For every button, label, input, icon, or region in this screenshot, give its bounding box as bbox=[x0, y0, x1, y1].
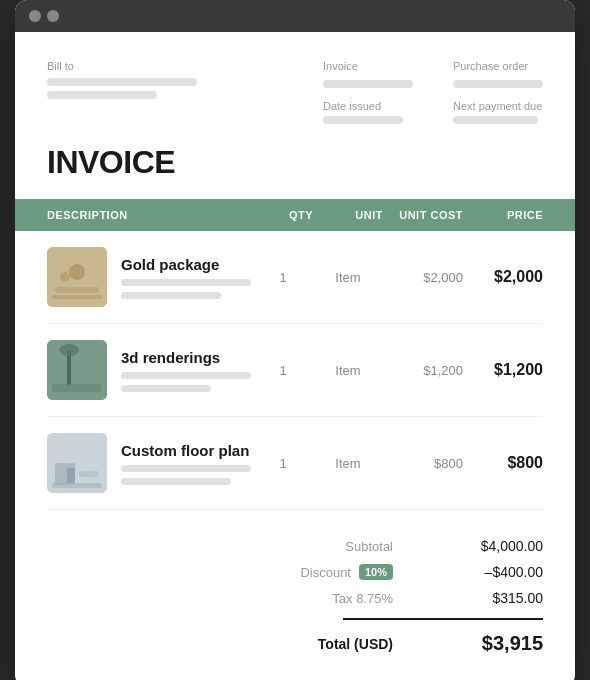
th-price: PRICE bbox=[463, 209, 543, 221]
thumb-svg-3 bbox=[47, 433, 107, 493]
bill-to-section: Bill to bbox=[47, 60, 323, 99]
item-desc-bar-3a bbox=[121, 465, 251, 472]
cell-unit-3: Item bbox=[313, 456, 383, 471]
purchase-order-bar bbox=[453, 80, 543, 88]
cell-cost-3: $800 bbox=[383, 456, 463, 471]
cell-price-3: $800 bbox=[463, 454, 543, 472]
tax-row: Tax 8.75% $315.00 bbox=[47, 590, 543, 606]
svg-rect-4 bbox=[52, 295, 102, 299]
invoice-content: Bill to Invoice Date issued Purchase ord… bbox=[15, 32, 575, 680]
dot1 bbox=[29, 10, 41, 22]
cell-price-2: $1,200 bbox=[463, 361, 543, 379]
svg-rect-8 bbox=[52, 384, 102, 392]
invoice-number-bar bbox=[323, 80, 413, 88]
total-label: Total (USD) bbox=[293, 636, 393, 652]
cell-unit-2: Item bbox=[313, 363, 383, 378]
invoice-label: Invoice bbox=[323, 60, 413, 72]
thumb-svg-2 bbox=[47, 340, 107, 400]
svg-point-7 bbox=[59, 344, 79, 356]
thumb-svg-1 bbox=[47, 247, 107, 307]
purchase-order-col: Purchase order Next payment due bbox=[453, 60, 543, 124]
item-info-1: Gold package bbox=[47, 247, 253, 307]
svg-rect-3 bbox=[55, 287, 99, 293]
total-value: $3,915 bbox=[453, 632, 543, 655]
item-desc-bar-2b bbox=[121, 385, 211, 392]
table-body: Gold package 1 Item $2,000 $2,000 bbox=[47, 231, 543, 510]
invoice-header: Bill to Invoice Date issued Purchase ord… bbox=[47, 60, 543, 124]
cell-cost-2: $1,200 bbox=[383, 363, 463, 378]
purchase-order-label: Purchase order bbox=[453, 60, 543, 72]
item-name-1: Gold package bbox=[121, 256, 251, 273]
item-name-2: 3d renderings bbox=[121, 349, 251, 366]
item-desc-bar-3b bbox=[121, 478, 231, 485]
item-name-3: Custom floor plan bbox=[121, 442, 251, 459]
svg-rect-11 bbox=[67, 468, 75, 483]
th-description: DESCRIPTION bbox=[47, 209, 253, 221]
subtotal-row: Subtotal $4,000.00 bbox=[47, 538, 543, 554]
dot2 bbox=[47, 10, 59, 22]
item-text-1: Gold package bbox=[121, 256, 251, 299]
subtotal-label: Subtotal bbox=[293, 539, 393, 554]
item-desc-bar-1a bbox=[121, 279, 251, 286]
bill-address-bar bbox=[47, 91, 157, 99]
discount-label: Discount 10% bbox=[293, 564, 393, 580]
th-qty: QTY bbox=[253, 209, 313, 221]
svg-point-1 bbox=[69, 264, 85, 280]
svg-rect-13 bbox=[79, 471, 99, 477]
invoice-title: INVOICE bbox=[47, 144, 543, 181]
date-issued-label: Date issued bbox=[323, 100, 413, 112]
subtotal-value: $4,000.00 bbox=[453, 538, 543, 554]
date-issued-bar bbox=[323, 116, 403, 124]
invoice-number-col: Invoice Date issued bbox=[323, 60, 413, 124]
next-payment-bar bbox=[453, 116, 538, 124]
bill-to-label: Bill to bbox=[47, 60, 323, 72]
item-info-2: 3d renderings bbox=[47, 340, 253, 400]
item-text-2: 3d renderings bbox=[121, 349, 251, 392]
cell-qty-3: 1 bbox=[253, 456, 313, 471]
bill-name-bar bbox=[47, 78, 197, 86]
item-info-3: Custom floor plan bbox=[47, 433, 253, 493]
svg-point-2 bbox=[60, 272, 70, 282]
totals-section: Subtotal $4,000.00 Discount 10% –$400.00… bbox=[47, 530, 543, 655]
svg-rect-12 bbox=[52, 483, 102, 488]
cell-cost-1: $2,000 bbox=[383, 270, 463, 285]
cell-qty-1: 1 bbox=[253, 270, 313, 285]
discount-value: –$400.00 bbox=[453, 564, 543, 580]
table-row: 3d renderings 1 Item $1,200 $1,200 bbox=[47, 324, 543, 417]
cell-qty-2: 1 bbox=[253, 363, 313, 378]
item-desc-bar-2a bbox=[121, 372, 251, 379]
total-row: Total (USD) $3,915 bbox=[47, 632, 543, 655]
table-row: Gold package 1 Item $2,000 $2,000 bbox=[47, 231, 543, 324]
item-thumb-2 bbox=[47, 340, 107, 400]
item-desc-bar-1b bbox=[121, 292, 221, 299]
th-unit-cost: UNIT COST bbox=[383, 209, 463, 221]
table-header: DESCRIPTION QTY UNIT UNIT COST PRICE bbox=[15, 199, 575, 231]
cell-unit-1: Item bbox=[313, 270, 383, 285]
th-unit: UNIT bbox=[313, 209, 383, 221]
table-row: Custom floor plan 1 Item $800 $800 bbox=[47, 417, 543, 510]
cell-price-1: $2,000 bbox=[463, 268, 543, 286]
tax-value: $315.00 bbox=[453, 590, 543, 606]
next-payment-label: Next payment due bbox=[453, 100, 543, 112]
discount-row: Discount 10% –$400.00 bbox=[47, 564, 543, 580]
discount-badge: 10% bbox=[359, 564, 393, 580]
item-thumb-3 bbox=[47, 433, 107, 493]
invoice-meta-right: Invoice Date issued Purchase order Next … bbox=[323, 60, 543, 124]
titlebar bbox=[15, 0, 575, 32]
tax-label: Tax 8.75% bbox=[293, 591, 393, 606]
totals-divider bbox=[343, 618, 543, 620]
item-text-3: Custom floor plan bbox=[121, 442, 251, 485]
item-thumb-1 bbox=[47, 247, 107, 307]
invoice-window: Bill to Invoice Date issued Purchase ord… bbox=[15, 0, 575, 680]
